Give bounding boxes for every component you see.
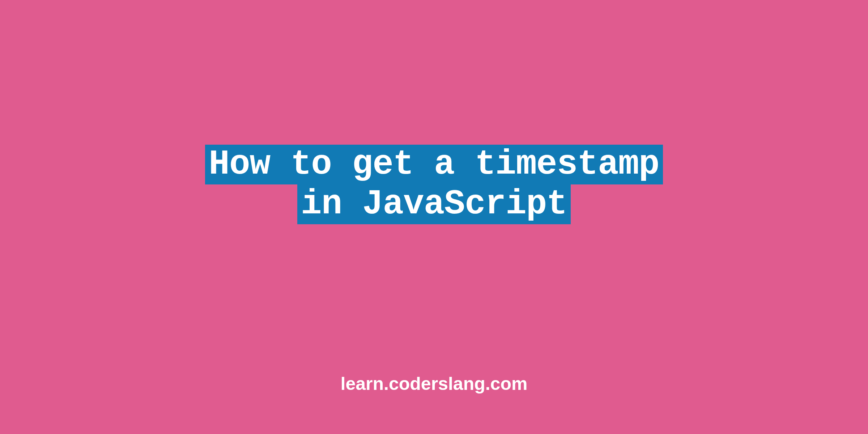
footer-site-url: learn.coderslang.com bbox=[341, 373, 528, 394]
title-line-1: How to get a timestamp bbox=[205, 145, 663, 184]
title-line-2: in JavaScript bbox=[297, 184, 571, 224]
title-container: How to get a timestamp in JavaScript bbox=[205, 145, 663, 225]
